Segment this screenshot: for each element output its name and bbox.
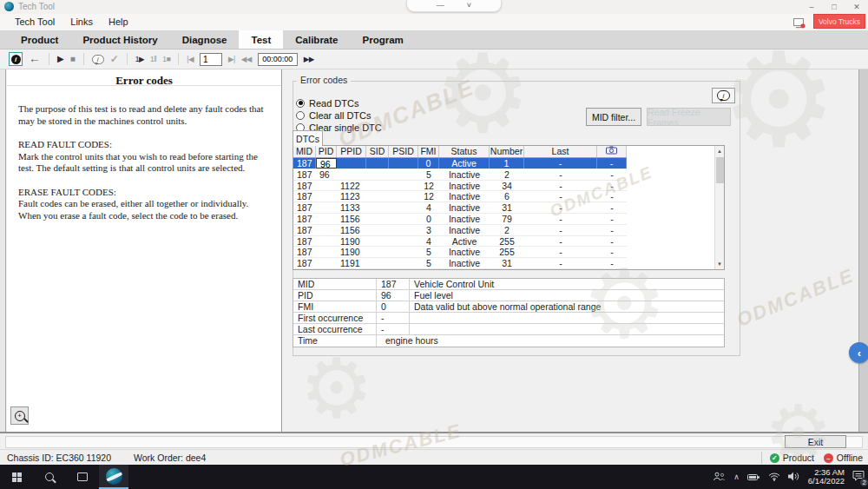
table-cell[interactable] xyxy=(389,236,418,247)
col-sid[interactable]: SID xyxy=(366,146,389,157)
table-row[interactable]: 187960Active1-- xyxy=(293,158,627,169)
menu-techtool[interactable]: Tech Tool xyxy=(7,14,62,30)
table-cell[interactable] xyxy=(389,258,418,268)
table-row[interactable]: 187112312Inactive6-- xyxy=(293,191,627,202)
table-cell[interactable] xyxy=(389,191,418,202)
col-last[interactable]: Last xyxy=(524,146,597,157)
battery-icon[interactable] xyxy=(747,469,760,485)
table-cell[interactable]: 187 xyxy=(293,225,316,235)
table-cell[interactable]: 1191 xyxy=(337,258,366,268)
table-cell[interactable]: 1123 xyxy=(337,191,366,202)
play-icon[interactable]: ▶ xyxy=(57,55,64,63)
taskbar-search-button[interactable] xyxy=(33,465,66,489)
table-cell[interactable] xyxy=(337,169,366,180)
step-pause-icon[interactable]: 1‖ xyxy=(150,55,156,63)
table-cell[interactable]: Inactive xyxy=(439,214,490,224)
table-cell[interactable]: Active xyxy=(439,158,490,169)
table-cell[interactable] xyxy=(316,214,337,224)
table-cell[interactable] xyxy=(389,225,418,235)
table-cell[interactable]: 6 xyxy=(490,191,524,202)
table-cell[interactable]: 1133 xyxy=(337,202,366,213)
table-cell[interactable]: 1190 xyxy=(337,236,366,247)
timer-input[interactable] xyxy=(258,53,298,66)
menu-help[interactable]: Help xyxy=(101,14,136,30)
table-cell[interactable]: 187 xyxy=(293,202,316,213)
table-cell[interactable]: - xyxy=(597,181,627,191)
table-cell[interactable]: - xyxy=(597,214,627,224)
table-cell[interactable]: Inactive xyxy=(439,247,490,257)
remote-overlay-toolbar[interactable]: — ˅ xyxy=(406,0,502,12)
table-cell[interactable]: Inactive xyxy=(439,169,490,180)
skip-start-icon[interactable]: |◀ xyxy=(187,55,194,63)
table-cell[interactable]: Inactive xyxy=(439,191,490,202)
table-cell[interactable]: 187 xyxy=(293,214,316,224)
table-cell[interactable]: 96 xyxy=(316,158,337,169)
table-cell[interactable] xyxy=(316,225,337,235)
table-cell[interactable]: - xyxy=(597,202,627,213)
radio-button-icon[interactable] xyxy=(296,99,305,108)
table-row[interactable]: 18711905Inactive255-- xyxy=(293,247,627,258)
fast-forward-icon[interactable]: ▶▶ xyxy=(304,55,314,63)
start-button[interactable] xyxy=(0,465,33,489)
table-cell[interactable] xyxy=(366,202,389,213)
table-row[interactable]: 18711904Active255-- xyxy=(293,236,627,248)
table-cell[interactable]: 0 xyxy=(418,158,439,169)
table-cell[interactable] xyxy=(366,191,389,202)
table-cell[interactable]: 1156 xyxy=(337,214,366,224)
table-cell[interactable] xyxy=(389,202,418,213)
table-cell[interactable]: 1 xyxy=(490,158,524,169)
zoom-button[interactable]: + xyxy=(10,406,29,425)
col-freeze-frame[interactable] xyxy=(597,146,627,157)
table-row[interactable]: 18711563Inactive2-- xyxy=(293,225,627,236)
menu-links[interactable]: Links xyxy=(62,14,101,30)
table-row[interactable]: 187112212Inactive34-- xyxy=(293,181,627,192)
table-cell[interactable]: - xyxy=(597,258,627,268)
skip-end-icon[interactable]: ▶| xyxy=(228,55,235,63)
table-cell[interactable]: 31 xyxy=(490,258,524,268)
table-cell[interactable] xyxy=(389,247,418,257)
show-hidden-icons-chevron[interactable]: ∧ xyxy=(733,472,740,481)
table-cell[interactable]: - xyxy=(524,258,597,268)
table-cell[interactable] xyxy=(316,191,337,202)
table-row[interactable]: 187965Inactive2-- xyxy=(293,169,627,181)
table-cell[interactable]: - xyxy=(597,236,627,247)
table-row[interactable]: 18711334Inactive31-- xyxy=(293,202,627,214)
step-stop-icon[interactable]: 1■ xyxy=(162,55,170,63)
taskbar-techtool-app[interactable] xyxy=(99,465,128,489)
table-cell[interactable]: Inactive xyxy=(439,181,490,191)
page-number-input[interactable] xyxy=(200,53,222,66)
table-cell[interactable]: 12 xyxy=(418,181,439,191)
action-center-button[interactable]: 2 xyxy=(852,469,865,485)
table-cell[interactable]: 187 xyxy=(293,169,316,180)
taskbar-clock[interactable]: 2:36 AM 6/14/2022 xyxy=(808,468,845,486)
back-arrow-icon[interactable]: ← xyxy=(29,52,41,64)
tab-dtcs[interactable]: DTCs xyxy=(293,130,323,146)
table-cell[interactable] xyxy=(316,258,337,268)
table-cell[interactable]: 187 xyxy=(293,181,316,191)
radio-read-dtcs[interactable]: Read DTCs xyxy=(296,97,382,109)
rewind-icon[interactable]: ◀◀ xyxy=(241,55,252,63)
table-cell[interactable] xyxy=(366,247,389,257)
table-cell[interactable]: - xyxy=(524,214,597,224)
stop-icon[interactable]: ■ xyxy=(70,55,76,63)
table-cell[interactable]: Inactive xyxy=(439,258,490,268)
table-cell[interactable]: 34 xyxy=(490,181,524,191)
table-cell[interactable] xyxy=(366,181,389,191)
table-cell[interactable]: - xyxy=(597,225,627,235)
tab-test[interactable]: Test xyxy=(239,30,283,49)
table-cell[interactable] xyxy=(366,236,389,247)
table-cell[interactable] xyxy=(316,247,337,257)
table-cell[interactable]: 96 xyxy=(316,169,337,180)
table-cell[interactable]: 0 xyxy=(418,214,439,224)
table-cell[interactable]: - xyxy=(524,225,597,235)
table-cell[interactable]: 4 xyxy=(418,236,439,247)
table-cell[interactable]: 187 xyxy=(293,158,316,169)
table-cell[interactable]: 5 xyxy=(418,258,439,268)
table-cell[interactable] xyxy=(389,169,418,180)
scroll-up-icon[interactable]: ▲ xyxy=(715,146,724,156)
table-cell[interactable]: 1190 xyxy=(337,247,366,257)
col-pid[interactable]: PID xyxy=(316,146,337,157)
table-cell[interactable]: 2 xyxy=(490,225,524,235)
panel-info-button[interactable]: i xyxy=(712,88,735,103)
col-fmi[interactable]: FMI xyxy=(418,146,439,157)
